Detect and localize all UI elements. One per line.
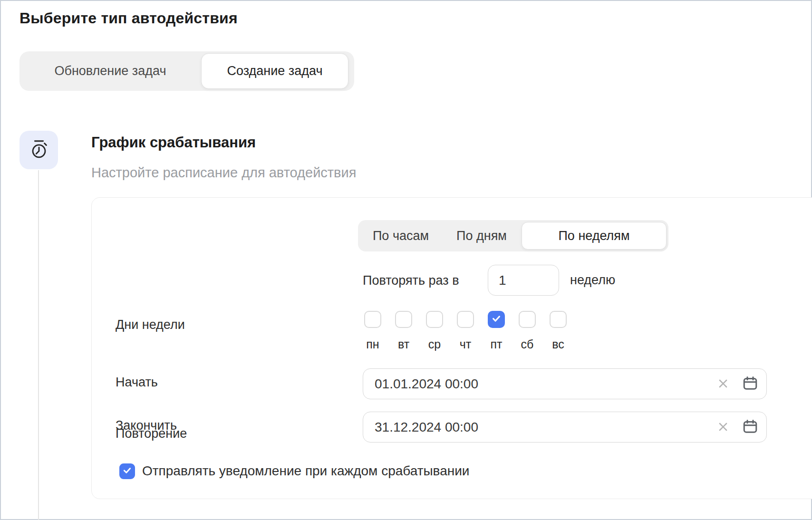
schedule-section-badge (19, 131, 58, 169)
autoaction-type-tabs: Обновление задач Создание задач (19, 51, 354, 91)
weekday-label-wed: ср (426, 337, 443, 351)
clear-icon[interactable] (716, 420, 730, 434)
calendar-icon[interactable] (742, 375, 759, 392)
weekday-label-tue: вт (395, 337, 412, 351)
weekday-checkbox-wed[interactable] (426, 311, 443, 328)
interval-label: Повторять раз в (363, 273, 459, 288)
schedule-section-subtitle: Настройте расписание для автодействия (91, 165, 356, 181)
weekdays-label: Дни недели (116, 318, 185, 332)
weekday-label-fri: пт (488, 337, 505, 351)
schedule-section-title: График срабатывания (91, 134, 256, 151)
start-date-field[interactable]: 01.01.2024 00:00 (363, 368, 767, 399)
weekday-checkbox-mon[interactable] (364, 311, 381, 328)
weekday-label-sun: вс (550, 337, 567, 351)
tab-create-tasks[interactable]: Создание задач (201, 53, 348, 89)
weekday-label-mon: пн (364, 337, 381, 351)
notify-checkbox[interactable] (119, 463, 135, 479)
weekday-checkbox-thu[interactable] (457, 311, 474, 328)
notify-label: Отправлять уведомление при каждом срабат… (142, 463, 469, 479)
end-date-field[interactable]: 31.12.2024 00:00 (363, 412, 767, 443)
checkmark-icon (122, 465, 132, 477)
start-label: Начать (116, 375, 158, 390)
end-label: Закончить (116, 418, 177, 433)
checkmark-icon (491, 313, 502, 326)
section-connector-line (38, 170, 39, 520)
interval-unit-label: неделю (570, 273, 615, 288)
weekday-checkbox-sun[interactable] (550, 311, 567, 328)
tab-create-tasks-label: Создание задач (227, 64, 323, 78)
weekday-label-sat: сб (519, 337, 536, 351)
weekday-label-thu: чт (457, 337, 474, 351)
weekday-checkbox-fri[interactable] (488, 311, 505, 328)
clear-icon[interactable] (716, 376, 730, 391)
repeat-option-daily[interactable]: По дням (442, 222, 522, 250)
start-date-value: 01.01.2024 00:00 (375, 369, 478, 399)
schedule-card: Повторение По часам По дням По неделям П… (91, 197, 812, 499)
calendar-icon[interactable] (742, 418, 759, 435)
stopwatch-icon (28, 138, 50, 162)
interval-value-input[interactable] (488, 265, 559, 296)
tab-update-tasks-label: Обновление задач (54, 64, 166, 78)
page-title: Выберите тип автодействия (19, 10, 238, 27)
tab-update-tasks[interactable]: Обновление задач (19, 51, 201, 91)
repeat-option-weekly[interactable]: По неделям (522, 222, 667, 250)
weekday-checkbox-sat[interactable] (519, 311, 536, 328)
repeat-option-hourly[interactable]: По часам (360, 222, 442, 250)
end-date-value: 31.12.2024 00:00 (375, 412, 478, 442)
autoaction-dialog: Выберите тип автодействия Обновление зад… (0, 0, 812, 520)
repeat-mode-segmented-control: По часам По дням По неделям (358, 220, 668, 251)
weekday-checkbox-tue[interactable] (395, 311, 412, 328)
